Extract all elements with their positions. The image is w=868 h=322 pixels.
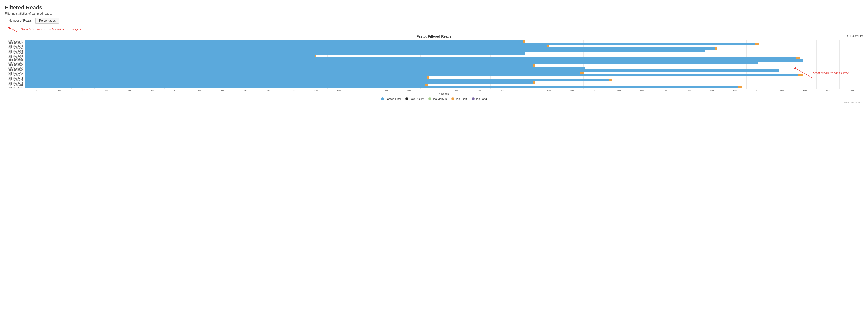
- table-row: [25, 57, 863, 59]
- x-axis-label: 14M: [351, 89, 374, 92]
- export-icon: [846, 34, 849, 37]
- switch-arrow-icon: [5, 26, 20, 33]
- x-axis-label: 32M: [770, 89, 793, 92]
- table-row: [25, 67, 863, 69]
- bar-segment: [25, 79, 609, 81]
- table-row: [25, 79, 863, 81]
- export-plot-button[interactable]: Export Plot: [846, 34, 863, 37]
- bar-segment: [25, 52, 525, 55]
- bar-segment: [25, 50, 705, 52]
- y-axis-labels: SRR5935740SRR5935744SRR5935746SRR5935752…: [5, 40, 25, 89]
- table-row: [25, 43, 863, 45]
- x-axis-label: 26M: [630, 89, 653, 92]
- bar-segment: [25, 81, 532, 84]
- bar-segment: [425, 84, 428, 86]
- tab-row: Number of Reads Percentages: [5, 18, 863, 24]
- svg-line-1: [7, 27, 19, 32]
- table-row: [25, 81, 863, 84]
- x-axis-label: 35M: [840, 89, 863, 92]
- x-axis-label: 4M: [118, 89, 141, 92]
- legend-color-dot: [405, 97, 408, 100]
- x-axis-label: 20M: [491, 89, 514, 92]
- table-row: [25, 64, 863, 67]
- table-row: [25, 84, 863, 86]
- bar-segment: [755, 43, 758, 45]
- chart-title: Fastp: Filtered Reads: [5, 34, 863, 38]
- table-row: [25, 69, 863, 71]
- bar-segment: [532, 64, 535, 67]
- x-axis-label: 19M: [467, 89, 491, 92]
- x-axis-label: 1M: [48, 89, 71, 92]
- legend-label: Passed Filter: [385, 97, 401, 100]
- table-row: [25, 48, 863, 50]
- x-axis-labels-row: 01M2M3M4M5M6M7M8M9M10M11M12M13M14M15M16M…: [5, 89, 863, 92]
- x-axis-label: 13M: [327, 89, 351, 92]
- x-axis-label: 3M: [94, 89, 118, 92]
- x-axis-label: 9M: [234, 89, 257, 92]
- y-label: SRR5935784: [5, 87, 23, 89]
- bar-segment: [25, 45, 547, 48]
- bar-segment: [25, 64, 532, 67]
- x-axis-label: 11M: [281, 89, 304, 92]
- legend-item: Too Many N: [428, 97, 447, 100]
- annotation-switch-text: Switch between reads and percentages: [21, 27, 81, 31]
- bar-segment: [25, 43, 755, 45]
- created-by: Created with MultiQC: [5, 101, 863, 104]
- bar-segment: [739, 86, 742, 88]
- tab-percentages[interactable]: Percentages: [35, 18, 59, 24]
- x-axis-label: 15M: [374, 89, 397, 92]
- table-row: [25, 86, 863, 88]
- bar-segment: [796, 57, 800, 59]
- x-axis-label: 2M: [71, 89, 95, 92]
- bars-wrapper: [25, 40, 863, 89]
- bar-segment: [25, 84, 425, 86]
- table-row: [25, 59, 863, 62]
- bar-segment: [25, 40, 523, 43]
- bar-segment: [715, 48, 718, 50]
- bar-segment: [25, 71, 581, 74]
- x-axis-label: 27M: [653, 89, 677, 92]
- legend: Passed FilterLow QualityToo Many NToo Sh…: [5, 97, 863, 100]
- bars-and-grid: Most reads Passed Filter: [25, 40, 863, 89]
- bar-segment: [25, 48, 715, 50]
- chart-container: Fastp: Filtered Reads Export Plot SRR593…: [5, 34, 863, 95]
- bar-segment: [547, 45, 550, 48]
- x-axis-label: 8M: [211, 89, 234, 92]
- bar-segment: [25, 86, 739, 88]
- x-axis-title: # Reads: [5, 92, 863, 95]
- bar-segment: [581, 71, 584, 74]
- x-axis-label: 28M: [677, 89, 700, 92]
- annotation-switch: Switch between reads and percentages: [5, 26, 863, 33]
- legend-color-dot: [452, 97, 455, 100]
- bar-segment: [523, 40, 525, 43]
- x-axis-label: 17M: [421, 89, 444, 92]
- x-axis-label: 5M: [141, 89, 164, 92]
- x-axis-label: 12M: [304, 89, 327, 92]
- bar-segment: [315, 55, 316, 57]
- bar-segment: [532, 81, 535, 84]
- bar-segment: [25, 59, 803, 62]
- legend-color-dot: [472, 97, 474, 100]
- page-title: Filtered Reads: [5, 4, 863, 11]
- legend-color-dot: [381, 97, 384, 100]
- table-row: [25, 40, 863, 43]
- bar-segment: [25, 69, 779, 71]
- x-axis-label: 24M: [584, 89, 607, 92]
- legend-label: Low Quality: [410, 97, 424, 100]
- chart-area: SRR5935740SRR5935744SRR5935746SRR5935752…: [5, 40, 863, 89]
- x-axis-label: 30M: [723, 89, 747, 92]
- table-row: [25, 76, 863, 79]
- bar-segment: [25, 57, 796, 59]
- bar-segment: [427, 76, 429, 79]
- legend-item: Low Quality: [405, 97, 424, 100]
- x-axis-label: 10M: [257, 89, 281, 92]
- legend-item: Passed Filter: [381, 97, 401, 100]
- legend-label: Too Many N: [433, 97, 447, 100]
- x-axis-label: 31M: [747, 89, 770, 92]
- table-row: [25, 50, 863, 52]
- x-axis-label: 0: [25, 89, 48, 92]
- bar-segment: [25, 62, 758, 64]
- x-axis-label: 29M: [700, 89, 723, 92]
- x-axis-label: 23M: [560, 89, 584, 92]
- tab-number-of-reads[interactable]: Number of Reads: [5, 18, 35, 24]
